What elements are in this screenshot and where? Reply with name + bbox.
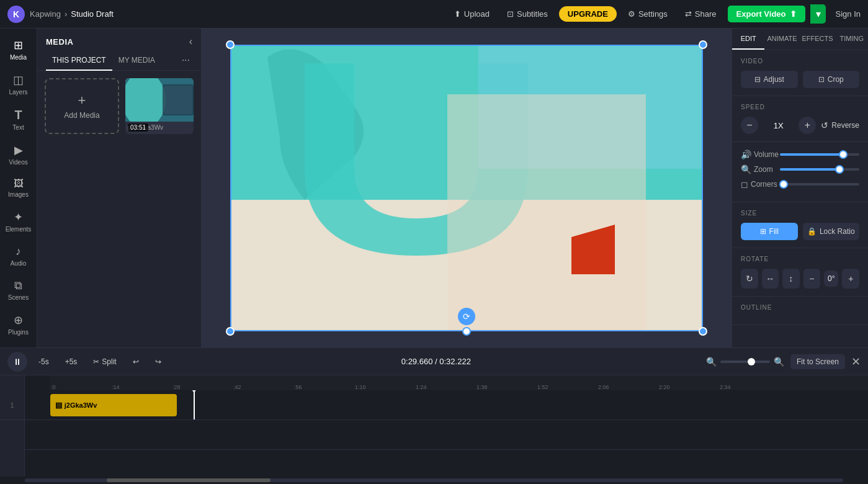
sidebar-item-scenes[interactable]: ⧉ Scenes <box>2 274 35 306</box>
media-more-button[interactable]: ··· <box>179 52 192 70</box>
sidebar-item-label-text: Text <box>12 124 24 131</box>
flip-horizontal-button[interactable]: ↔ <box>762 269 779 289</box>
speed-value: 1X <box>763 121 794 130</box>
volume-fill <box>780 153 843 156</box>
add-media-button[interactable]: + Add Media <box>45 78 119 134</box>
sidebar-item-audio[interactable]: ♪ Audio <box>2 240 35 272</box>
sidebar-item-media[interactable]: ⊞ Media <box>2 34 35 66</box>
speed-row: − 1X + ↺ Reverse <box>741 117 859 134</box>
tab-my-media[interactable]: MY MEDIA <box>112 52 161 71</box>
sidebar-item-videos[interactable]: ▶ Videos <box>2 138 35 171</box>
sidebar-item-text[interactable]: T Text <box>2 103 35 136</box>
tab-animate[interactable]: ANIMATE <box>764 29 799 50</box>
timeline-tracks: 1 ▤ j2Gka3Wv <box>0 390 868 477</box>
svg-point-1 <box>125 78 166 122</box>
canvas-content <box>230 45 703 331</box>
zoom-slider[interactable] <box>780 168 859 171</box>
tracks-content: ▤ j2Gka3Wv <box>25 390 868 477</box>
media-tabs: THIS PROJECT MY MEDIA ··· <box>37 52 201 71</box>
zoom-slider[interactable] <box>720 361 770 363</box>
sidebar-item-images[interactable]: 🖼 Images <box>2 173 35 203</box>
handle-bottom-right[interactable] <box>699 327 707 336</box>
corners-thumb[interactable] <box>779 180 788 189</box>
svg-rect-3 <box>164 86 192 114</box>
zoom-label: 🔍 Zoom <box>741 164 775 174</box>
fit-to-screen-button[interactable]: Fit to Screen <box>790 354 845 369</box>
media-thumbnail[interactable]: 03:51 ▤ j2Gka3Wv <box>125 78 194 134</box>
handle-top-right[interactable] <box>699 40 707 49</box>
tab-this-project[interactable]: THIS PROJECT <box>46 52 112 71</box>
export-dropdown-button[interactable]: ▾ <box>810 4 826 24</box>
canvas-wrapper: ⟳ <box>230 45 703 331</box>
lock-ratio-button[interactable]: 🔒 Lock Ratio <box>803 223 860 240</box>
tab-timing[interactable]: TIMING <box>836 29 868 50</box>
upload-button[interactable]: ⬆ Upload <box>448 6 496 22</box>
rotate-plus-button[interactable]: + <box>842 269 859 289</box>
handle-top-left[interactable] <box>226 40 235 49</box>
scrollbar-track[interactable] <box>25 478 843 482</box>
zoom-thumb[interactable] <box>835 165 844 174</box>
canvas-frame[interactable] <box>230 45 703 331</box>
lock-icon: 🔒 <box>807 227 817 236</box>
subtitles-button[interactable]: ⊡ Subtitles <box>501 6 554 22</box>
add-media-label: Add Media <box>64 111 99 120</box>
playback-position-indicator[interactable]: ⟳ <box>458 308 475 325</box>
fill-button[interactable]: ⊞ Fill <box>741 223 798 240</box>
rotate-value: 0° <box>824 271 838 287</box>
speed-decrease-button[interactable]: − <box>741 117 758 134</box>
add-media-plus-icon: + <box>78 92 86 109</box>
timeline-close-button[interactable]: ✕ <box>851 355 861 369</box>
zoom-in-icon[interactable]: 🔍 <box>774 357 784 367</box>
scrollbar-thumb[interactable] <box>107 478 271 482</box>
volume-slider[interactable] <box>780 153 859 156</box>
playhead[interactable] <box>194 390 195 419</box>
rotate-minus-button[interactable]: − <box>803 269 821 289</box>
sidebar-item-plugins[interactable]: ⊕ Plugins <box>2 308 35 341</box>
rotate-section-title: ROTATE <box>741 256 859 262</box>
export-button[interactable]: Export Video ⬆ <box>728 6 805 22</box>
share-button[interactable]: ⇄ Share <box>679 6 723 22</box>
redo-button[interactable]: ↪ <box>150 354 166 369</box>
split-icon: ✂ <box>93 357 99 366</box>
flip-vertical-button[interactable]: ↕ <box>782 269 800 289</box>
minus5-button[interactable]: -5s <box>34 354 54 369</box>
crop-icon: ⊡ <box>818 75 825 84</box>
adjust-button[interactable]: ⊟ Adjust <box>741 71 798 88</box>
zoom-out-icon[interactable]: 🔍 <box>706 357 717 367</box>
plus5-button[interactable]: +5s <box>60 354 83 369</box>
ruler-mark-0: :0 <box>50 384 110 390</box>
speed-increase-button[interactable]: + <box>799 117 816 134</box>
upload-icon: ⬆ <box>454 9 461 19</box>
signin-button[interactable]: Sign In <box>836 9 861 19</box>
play-pause-button[interactable]: ⏸ <box>7 352 27 372</box>
left-sidebar: ⊞ Media ◫ Layers T Text ▶ Videos 🖼 Image… <box>0 29 37 347</box>
media-panel-close-button[interactable]: ‹ <box>189 36 192 47</box>
size-buttons: ⊞ Fill 🔒 Lock Ratio <box>741 223 859 240</box>
undo-button[interactable]: ↩ <box>128 354 144 369</box>
ruler-mark-138: 1:38 <box>475 384 536 390</box>
settings-button[interactable]: ⚙ Settings <box>622 6 674 22</box>
handle-bottom-center[interactable] <box>462 327 471 336</box>
rotate-cw-button[interactable]: ↻ <box>741 269 758 289</box>
outline-section-title: OUTLINE <box>741 304 859 311</box>
sidebar-item-layers[interactable]: ◫ Layers <box>2 68 35 101</box>
crop-button[interactable]: ⊡ Crop <box>803 71 860 88</box>
volume-thumb[interactable] <box>839 150 848 159</box>
tab-effects[interactable]: EFFECTS <box>799 29 835 50</box>
reverse-button[interactable]: ↺ Reverse <box>821 120 859 130</box>
split-button[interactable]: ✂ Split <box>88 354 121 369</box>
elements-icon: ✦ <box>14 210 23 224</box>
timeline-clip[interactable]: ▤ j2Gka3Wv <box>50 394 177 416</box>
tab-edit[interactable]: EDIT <box>732 29 764 50</box>
subtitles-icon: ⊡ <box>507 9 514 19</box>
sliders-section: 🔊 Volume 🔍 Zoom <box>732 142 868 202</box>
sidebar-item-label-audio: Audio <box>11 260 27 267</box>
zoom-thumb[interactable] <box>748 358 755 365</box>
main-layout: ⊞ Media ◫ Layers T Text ▶ Videos 🖼 Image… <box>0 29 868 347</box>
volume-icon: 🔊 <box>741 150 751 159</box>
corners-slider[interactable] <box>780 183 859 186</box>
sidebar-item-elements[interactable]: ✦ Elements <box>2 205 35 238</box>
handle-bottom-left[interactable] <box>226 327 235 336</box>
upgrade-button[interactable]: UPGRADE <box>559 6 617 22</box>
size-section: SIZE ⊞ Fill 🔒 Lock Ratio <box>732 202 868 248</box>
